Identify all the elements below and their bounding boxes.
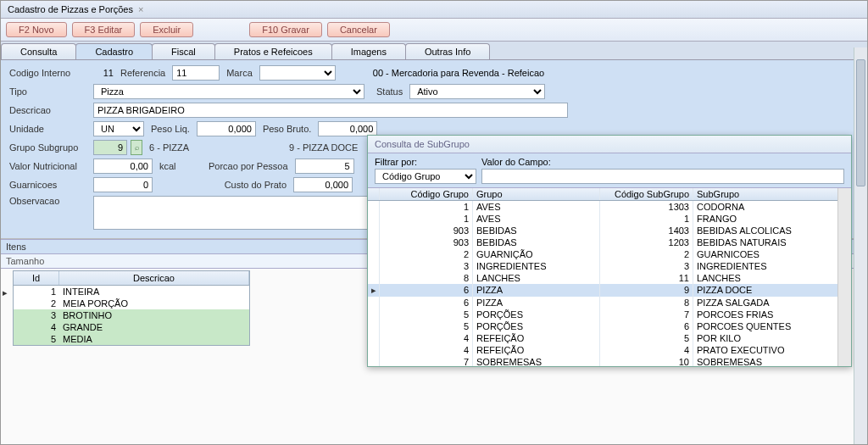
tab-outras[interactable]: Outras Info [405, 43, 490, 59]
table-row[interactable]: 5PORÇÕES7PORCOES FRIAS [368, 309, 851, 320]
filtrar-select[interactable]: Código Grupo [375, 169, 476, 184]
status-select[interactable]: Ativo [409, 84, 545, 99]
tab-imagens[interactable]: Imagens [331, 43, 406, 59]
pesoliq-input[interactable] [197, 121, 256, 136]
obs-label: Observacao [9, 196, 90, 206]
table-row[interactable]: 903BEBIDAS1403BEBIDAS ALCOLICAS [368, 225, 851, 236]
tab-cadastro[interactable]: Cadastro [75, 43, 153, 59]
popup-title: Consulta de SubGrupo [368, 136, 851, 153]
toolbar: F2 Novo F3 Editar Excluir F10 Gravar Can… [1, 19, 867, 42]
excluir-button[interactable]: Excluir [140, 22, 193, 37]
novo-button[interactable]: F2 Novo [6, 22, 67, 37]
grupo-label: Grupo Subgrupo [9, 142, 90, 153]
col-desc: Descricao [59, 271, 249, 285]
pcol-s: SubGrupo [693, 188, 851, 200]
guarn-label: Guarnicoes [9, 180, 90, 190]
table-row[interactable]: 4REFEIÇÃO5POR KILO [368, 332, 851, 344]
popup-grid[interactable]: Código Grupo Grupo Código SubGrupo SubGr… [368, 188, 851, 366]
table-row[interactable]: 5PORÇÕES6PORCOES QUENTES [368, 320, 851, 332]
valor-input[interactable] [481, 169, 844, 184]
table-row[interactable]: 903BEBIDAS1203BEBIDAS NATURAIS [368, 236, 851, 248]
filtrar-label: Filtrar por: [375, 157, 476, 167]
table-row[interactable]: 5MEDIA [14, 333, 249, 345]
table-row[interactable]: 1AVES1FRANGO [368, 213, 851, 225]
pcol-cs: Código SubGrupo [600, 188, 693, 200]
valor-label: Valor do Campo: [481, 157, 844, 167]
table-row[interactable]: 8LANCHES11LANCHES [368, 272, 851, 284]
titlebar: Cadastro de Pizzas e Porções × [1, 1, 867, 19]
gravar-button[interactable]: F10 Gravar [249, 22, 322, 37]
pesoliq-label: Peso Liq. [151, 124, 190, 134]
marca-label: Marca [226, 68, 253, 78]
scrollbar[interactable] [837, 188, 851, 366]
col-id: Id [14, 271, 59, 285]
tipo-select[interactable]: Pizza [93, 84, 364, 99]
window-title: Cadastro de Pizzas e Porções [8, 4, 133, 14]
tab-consulta[interactable]: Consulta [1, 43, 76, 59]
table-row[interactable]: 3BROTINHO [14, 309, 249, 321]
kcal-label: kcal [159, 161, 176, 171]
table-row[interactable]: 3INGREDIENTES3INGREDIENTES [368, 260, 851, 272]
custo-input[interactable] [293, 177, 353, 192]
pesobruto-label: Peso Bruto. [263, 124, 311, 134]
porcao-label: Porcao por Pessoa [186, 161, 288, 171]
codigo-value: 11 [93, 68, 114, 78]
table-row[interactable]: 1AVES1303CODORNA [368, 201, 851, 213]
close-icon[interactable]: × [138, 4, 143, 14]
tab-bar: Consulta Cadastro Fiscal Pratos e Refeic… [1, 42, 867, 60]
custo-label: Custo do Prato [159, 180, 287, 190]
descricao-label: Descricao [9, 105, 90, 115]
grupo-desc: 6 - PIZZA [149, 142, 189, 153]
main-scrollbar[interactable] [854, 47, 867, 444]
table-row[interactable]: 4REFEIÇÃO4PRATO EXECUTIVO [368, 344, 851, 356]
tab-pratos[interactable]: Pratos e Refeicoes [214, 43, 332, 59]
marca-select[interactable] [259, 65, 336, 81]
table-row[interactable]: 2GUARNIÇÃO2GUARNICOES [368, 248, 851, 260]
cancelar-button[interactable]: Cancelar [327, 22, 390, 37]
tab-fiscal[interactable]: Fiscal [152, 43, 215, 59]
codigo-label: Codigo Interno [9, 68, 90, 78]
editar-button[interactable]: F3 Editar [72, 22, 136, 37]
valnut-input[interactable] [93, 159, 153, 174]
pcol-cg: Código Grupo [380, 188, 473, 200]
tamanho-grid[interactable]: Id Descricao 1INTEIRA2MEIA PORÇÃO3BROTIN… [13, 270, 250, 346]
table-row[interactable]: ▸6PIZZA9PIZZA DOCE [368, 284, 851, 297]
referencia-input[interactable] [172, 65, 220, 81]
table-row[interactable]: 6PIZZA8PIZZA SALGADA [368, 297, 851, 309]
table-row[interactable]: 1INTEIRA [14, 286, 249, 298]
valnut-label: Valor Nutricional [9, 161, 90, 171]
unidade-select[interactable]: UN [93, 121, 144, 136]
table-row[interactable]: 7SOBREMESAS10SOBREMESAS [368, 356, 851, 366]
pcol-g: Grupo [473, 188, 600, 200]
lookup-icon[interactable]: ⌕ [131, 140, 142, 155]
referencia-label: Referencia [120, 68, 165, 78]
porcao-input[interactable] [295, 159, 354, 174]
row-marker-icon: ▸ [3, 287, 8, 298]
status-label: Status [376, 86, 403, 97]
table-row[interactable]: 2MEIA PORÇÃO [14, 298, 249, 309]
subgrupo-desc: 9 - PIZZA DOCE [289, 142, 358, 153]
descricao-input[interactable] [93, 103, 568, 118]
tipo-label: Tipo [9, 86, 90, 97]
subgrupo-popup: Consulta de SubGrupo Filtrar por: Código… [367, 135, 852, 367]
mercadoria-text: 00 - Mercadoria para Revenda - Refeicao [373, 68, 544, 78]
guarn-input[interactable] [93, 177, 153, 192]
table-row[interactable]: 4GRANDE [14, 321, 249, 333]
unidade-label: Unidade [9, 124, 90, 134]
grupo-input[interactable] [93, 140, 127, 155]
